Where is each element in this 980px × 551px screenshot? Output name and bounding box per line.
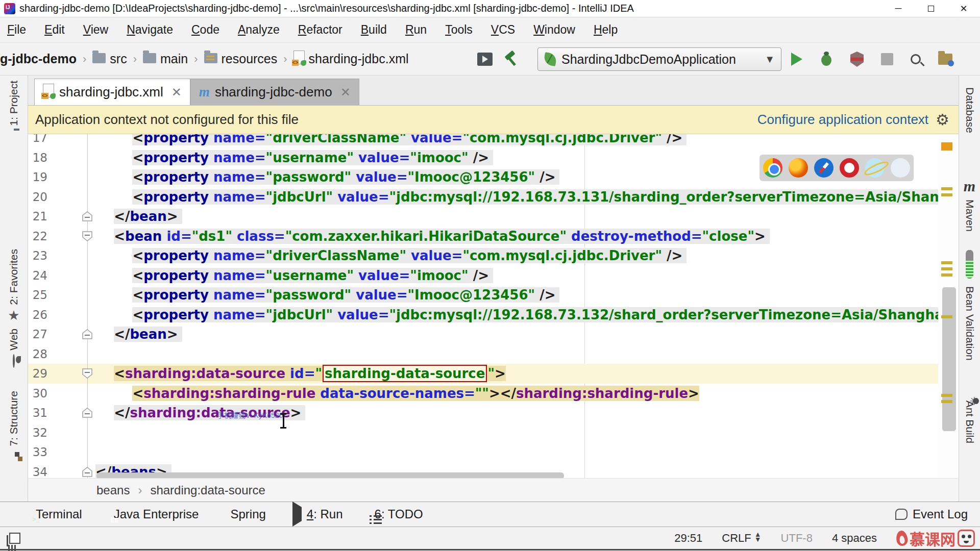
debug-button[interactable] <box>820 52 833 67</box>
breadcrumb-item-src[interactable]: src <box>92 52 127 66</box>
stripe-mark[interactable] <box>941 193 952 196</box>
menu-item-run[interactable]: Run <box>405 23 427 37</box>
menu-item-view[interactable]: View <box>83 23 108 37</box>
code-line-17: 17 <property name="driverClassName" valu… <box>28 134 959 148</box>
toolwindow-button-6--todo[interactable]: 6: TODO <box>370 507 423 521</box>
stripe-mark[interactable] <box>941 394 952 397</box>
menu-item-file[interactable]: File <box>7 23 26 37</box>
fold-gutter <box>51 442 95 462</box>
spring-boot-icon <box>543 52 557 66</box>
fold-gutter <box>51 344 95 364</box>
sidebar-item-label: Database <box>964 87 976 133</box>
menu-item-help[interactable]: Help <box>594 23 618 37</box>
tab-sharding-jdbc-xml[interactable]: sharding-jdbc.xml✕ <box>34 79 190 105</box>
fold-gutter <box>51 403 95 423</box>
tab-sharding-jdbc-demo[interactable]: msharding-jdbc-demo✕ <box>190 79 359 105</box>
safari-browser-icon[interactable] <box>814 158 834 178</box>
stripe-mark[interactable] <box>941 400 952 403</box>
code-text: <sharding:sharding-rule data-source-name… <box>95 384 699 404</box>
breadcrumb-item-resources[interactable]: resources <box>204 52 278 66</box>
code-editor[interactable]: 17 <property name="driverClassName" valu… <box>28 134 959 478</box>
maximize-button[interactable] <box>915 0 947 17</box>
close-icon[interactable]: ✕ <box>340 85 351 99</box>
ie-browser-icon[interactable] <box>865 158 885 178</box>
menu-item-navigate[interactable]: Navigate <box>127 23 173 37</box>
code-line-28: 28 <box>28 344 959 364</box>
tool-window-toggle-icon[interactable] <box>9 533 20 544</box>
horizontal-scrollbar[interactable] <box>96 472 564 478</box>
file-encoding[interactable]: UTF-8 <box>781 532 813 545</box>
toolwindow-button-spring[interactable]: Spring <box>225 507 265 521</box>
folder-res-icon <box>204 52 217 66</box>
sidebar-item-ant-build[interactable]: Ant Build <box>959 396 980 443</box>
code-line-25: 25 <property name="password" value="Imoo… <box>28 285 959 305</box>
sidebar-item-2--favorites[interactable]: 2: Favorites★ <box>0 249 28 322</box>
sidebar-item-bean-validation[interactable]: Bean Validation <box>959 282 980 361</box>
toolwindow-button-4--run[interactable]: 4: Run <box>292 507 343 521</box>
line-ending-select[interactable]: CRLF▲▼ <box>722 532 761 545</box>
menu-item-code[interactable]: Code <box>191 23 219 37</box>
chrome-browser-icon[interactable] <box>763 158 782 178</box>
stripe-mark-warning[interactable] <box>941 142 952 151</box>
breadcrumb-beans[interactable]: beans <box>96 483 130 497</box>
selected-value-box[interactable]: sharding-data-source <box>323 365 487 382</box>
left-tool-strip: 1: Project2: Favorites★Web7: Structure <box>0 76 28 502</box>
sidebar-item-web[interactable]: Web <box>0 329 28 367</box>
globe-icon <box>13 355 15 367</box>
toolwindow-button-java-enterprise[interactable]: Java Enterprise <box>109 507 199 521</box>
indent-setting[interactable]: 4 spaces <box>832 532 877 545</box>
stripe-mark[interactable] <box>941 273 952 277</box>
stop-button[interactable] <box>881 53 893 65</box>
sidebar-item-1--project[interactable]: 1: Project <box>0 81 28 131</box>
toolwindow-button-terminal[interactable]: Terminal <box>31 507 82 521</box>
menu-item-analyze[interactable]: Analyze <box>238 23 280 37</box>
menu-item-refactor[interactable]: Refactor <box>298 23 342 37</box>
stripe-mark[interactable] <box>941 187 952 190</box>
code-text: <property name="driverClassName" value="… <box>95 134 687 148</box>
project-structure-icon[interactable] <box>938 54 952 65</box>
stripe-mark[interactable] <box>941 261 952 264</box>
menu-item-window[interactable]: Window <box>533 23 575 37</box>
cursor-position[interactable]: 29:51 <box>674 532 702 545</box>
code-line-26: 26 <property name="jdbcUrl" value="jdbc:… <box>28 305 959 325</box>
stripe-mark[interactable] <box>941 315 952 318</box>
gear-icon[interactable]: ⚙ <box>936 111 949 129</box>
tool-window-bar: TerminalJava EnterpriseSpring4: Run6: TO… <box>0 502 980 527</box>
edge-browser-icon[interactable] <box>891 158 910 178</box>
opera-browser-icon[interactable] <box>840 158 859 178</box>
line-number: 18 <box>28 148 51 168</box>
fold-gutter <box>51 134 95 148</box>
stripe-mark[interactable] <box>941 267 952 270</box>
search-icon[interactable] <box>911 54 921 64</box>
line-number: 29 <box>28 364 51 384</box>
close-icon[interactable]: ✕ <box>172 85 182 99</box>
run-configuration-select[interactable]: ShardingJdbcDemoApplication ▼ <box>537 47 781 71</box>
m-dark-icon: m <box>964 178 975 195</box>
firefox-browser-icon[interactable] <box>789 158 808 178</box>
close-button[interactable]: ✕ <box>947 0 980 17</box>
build-hammer-icon[interactable] <box>504 52 519 67</box>
menu-item-vcs[interactable]: VCS <box>491 23 515 37</box>
breadcrumb-sharding-data-source[interactable]: sharding:data-source <box>150 483 265 497</box>
menu-item-edit[interactable]: Edit <box>44 23 65 37</box>
breadcrumb-item-main[interactable]: main <box>143 52 188 66</box>
event-log-button[interactable]: Event Log <box>895 507 968 521</box>
breadcrumb-item-sharding-jdbc-xml[interactable]: sharding-jdbc.xml <box>293 51 409 67</box>
run-button[interactable] <box>791 53 802 66</box>
code-text: </bean> <box>95 207 182 227</box>
fold-gutter <box>51 423 95 443</box>
minimize-button[interactable]: ─ <box>882 0 915 17</box>
coverage-button[interactable] <box>850 52 864 67</box>
preview-icon[interactable] <box>477 53 493 66</box>
error-stripe[interactable] <box>938 134 959 478</box>
line-number: 19 <box>28 167 51 187</box>
code-text: <property name="driverClassName" value="… <box>95 246 687 266</box>
configure-context-link[interactable]: Configure application context <box>757 112 928 128</box>
sidebar-item-database[interactable]: Database <box>959 83 980 133</box>
sidebar-item-7--structure[interactable]: 7: Structure <box>0 391 28 451</box>
sidebar-item-maven[interactable]: mMaven <box>959 178 980 232</box>
menu-item-tools[interactable]: Tools <box>445 23 473 37</box>
vertical-scrollbar[interactable] <box>942 287 956 431</box>
breadcrumb-item-g-jdbc-demo[interactable]: g-jdbc-demo <box>0 52 77 66</box>
menu-item-build[interactable]: Build <box>361 23 387 37</box>
